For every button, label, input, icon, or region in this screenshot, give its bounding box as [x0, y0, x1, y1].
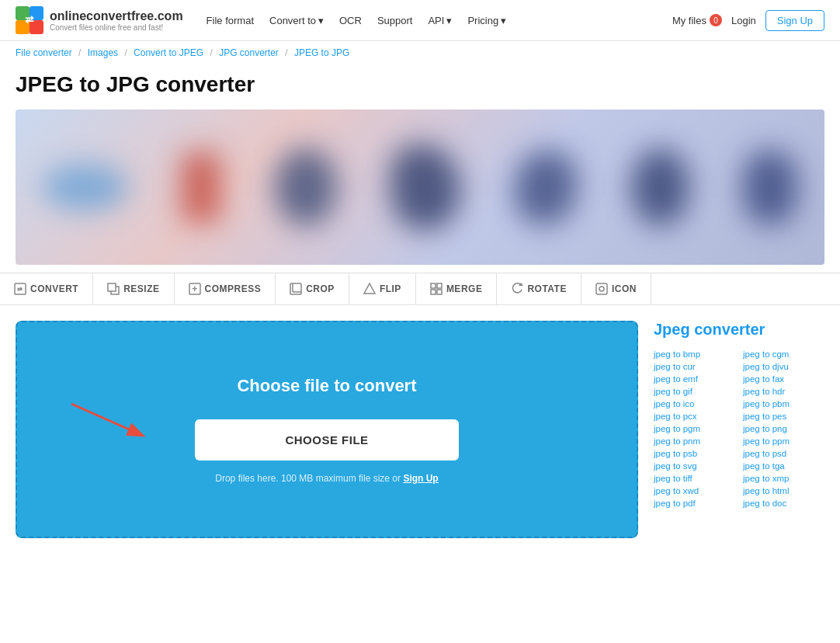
sidebar-title: Jpeg converter	[654, 321, 824, 339]
crop-icon	[290, 283, 302, 295]
tab-flip[interactable]: FLIP	[349, 273, 416, 304]
sidebar-link[interactable]: jpeg to cur	[654, 362, 735, 371]
sidebar-link[interactable]: jpeg to djvu	[743, 362, 824, 371]
login-button[interactable]: Login	[731, 15, 756, 26]
flip-icon	[363, 283, 376, 295]
tab-compress[interactable]: + COMPRESS	[175, 273, 276, 304]
svg-text:⇄: ⇄	[25, 13, 34, 26]
my-files-badge: 0	[710, 14, 722, 26]
chevron-down-icon: ▾	[501, 15, 506, 26]
page-title: JPEG to JPG converter	[0, 64, 840, 109]
red-arrow-icon	[64, 396, 157, 443]
sidebar-link[interactable]: jpeg to svg	[654, 461, 735, 471]
sidebar-links: jpeg to bmpjpeg to cgmjpeg to curjpeg to…	[654, 349, 824, 508]
breadcrumb: File converter / Images / Convert to JPE…	[0, 41, 840, 64]
svg-rect-10	[290, 283, 301, 294]
breadcrumb-file-converter[interactable]: File converter	[16, 47, 72, 58]
signup-button[interactable]: Sign Up	[765, 10, 824, 31]
nav-convert-to[interactable]: Convert to ▾	[269, 15, 324, 26]
sidebar-link[interactable]: jpeg to bmp	[654, 349, 735, 359]
logo-tagline: Convert files online free and fast!	[50, 23, 183, 32]
breadcrumb-jpeg-to-jpg[interactable]: JPEG to JPG	[294, 47, 349, 58]
chevron-down-icon: ▾	[446, 15, 452, 26]
tab-icon[interactable]: ICON	[581, 273, 651, 304]
my-files-label: My files	[672, 15, 706, 26]
header: ⇄ onlineconvertfree.com Convert files on…	[0, 0, 840, 41]
sidebar-link[interactable]: jpeg to tiff	[654, 474, 735, 483]
svg-rect-19	[596, 283, 607, 294]
nav-ocr[interactable]: OCR	[339, 15, 362, 26]
svg-rect-16	[431, 290, 436, 294]
convert-icon: ⇄	[14, 283, 26, 295]
breadcrumb-jpg-converter[interactable]: JPG converter	[219, 47, 279, 58]
banner-blob-2	[182, 152, 220, 222]
banner	[16, 109, 824, 265]
sidebar-link[interactable]: jpeg to psb	[654, 449, 735, 458]
sidebar-link[interactable]: jpeg to png	[743, 424, 824, 433]
sidebar-link[interactable]: jpeg to cgm	[743, 349, 824, 359]
converter-title: Choose file to convert	[237, 376, 416, 396]
nav-pricing[interactable]: Pricing ▾	[467, 15, 506, 26]
svg-line-22	[71, 404, 141, 435]
nav-file-format[interactable]: File format	[207, 15, 254, 26]
banner-blob-7	[743, 151, 797, 224]
sidebar-link[interactable]: jpeg to pdf	[654, 499, 735, 508]
choose-file-button[interactable]: CHOOSE FILE	[195, 419, 459, 461]
chevron-down-icon: ▾	[318, 15, 324, 26]
sidebar-link[interactable]: jpeg to doc	[743, 499, 824, 508]
svg-rect-17	[437, 290, 442, 294]
sidebar-link[interactable]: jpeg to fax	[743, 374, 824, 384]
svg-point-20	[599, 287, 604, 291]
sidebar-link[interactable]: jpeg to pgm	[654, 424, 735, 433]
svg-rect-14	[431, 283, 436, 288]
sidebar-link[interactable]: jpeg to ico	[654, 399, 735, 408]
tab-resize[interactable]: RESIZE	[93, 273, 174, 304]
banner-blob-4	[390, 144, 460, 230]
sidebar-link[interactable]: jpeg to pcx	[654, 412, 735, 421]
banner-blob-6	[631, 148, 689, 226]
sidebar-link[interactable]: jpeg to psd	[743, 449, 824, 458]
drop-text: Drop files here. 100 MB maximum file siz…	[215, 473, 438, 484]
nav-api[interactable]: API ▾	[428, 15, 452, 26]
tab-crop[interactable]: CROP	[276, 273, 349, 304]
tab-merge[interactable]: MERGE	[416, 273, 498, 304]
banner-blob-1	[43, 164, 128, 210]
logo-text: onlineconvertfree.com Convert files onli…	[50, 9, 183, 32]
breadcrumb-images[interactable]: Images	[88, 47, 118, 58]
header-actions: My files 0 Login Sign Up	[672, 10, 824, 31]
sidebar-link[interactable]: jpeg to emf	[654, 374, 735, 384]
my-files-button[interactable]: My files 0	[672, 14, 722, 26]
sidebar: Jpeg converter jpeg to bmpjpeg to cgmjpe…	[654, 321, 824, 538]
nav-support[interactable]: Support	[377, 15, 413, 26]
tab-rotate[interactable]: ROTATE	[497, 273, 581, 304]
logo-icon: ⇄	[16, 6, 43, 34]
sidebar-link[interactable]: jpeg to xmp	[743, 474, 824, 483]
sidebar-link[interactable]: jpeg to pes	[743, 412, 824, 421]
compress-icon: +	[189, 283, 201, 295]
sidebar-link[interactable]: jpeg to hdr	[743, 387, 824, 396]
rotate-icon	[511, 283, 523, 295]
signup-link[interactable]: Sign Up	[403, 473, 438, 484]
logo[interactable]: ⇄ onlineconvertfree.com Convert files on…	[16, 6, 183, 34]
sidebar-link[interactable]: jpeg to gif	[654, 387, 735, 396]
sidebar-link[interactable]: jpeg to xwd	[654, 486, 735, 495]
main-nav: File format Convert to ▾ OCR Support API…	[207, 15, 672, 26]
svg-text:+: +	[192, 283, 198, 294]
sidebar-link[interactable]: jpeg to pbm	[743, 399, 824, 408]
resize-icon	[107, 283, 120, 295]
logo-name: onlineconvertfree.com	[50, 9, 183, 23]
svg-rect-15	[437, 283, 442, 288]
arrow-container: CHOOSE FILE	[40, 419, 613, 461]
sidebar-link[interactable]: jpeg to html	[743, 486, 824, 495]
sidebar-link[interactable]: jpeg to ppm	[743, 436, 824, 446]
sidebar-link[interactable]: jpeg to tga	[743, 461, 824, 471]
tool-tabs: ⇄ CONVERT RESIZE + COMPRESS CROP FLIP	[0, 273, 840, 305]
svg-text:⇄: ⇄	[17, 286, 23, 293]
tab-convert[interactable]: ⇄ CONVERT	[0, 273, 93, 304]
merge-icon	[430, 283, 443, 295]
banner-blob-5	[515, 151, 577, 224]
converter-box: Choose file to convert CHOOSE FILE Drop …	[16, 321, 638, 538]
sidebar-link[interactable]: jpeg to pnm	[654, 436, 735, 446]
breadcrumb-convert-jpeg[interactable]: Convert to JPEG	[134, 47, 203, 58]
banner-blob-3	[275, 148, 337, 226]
